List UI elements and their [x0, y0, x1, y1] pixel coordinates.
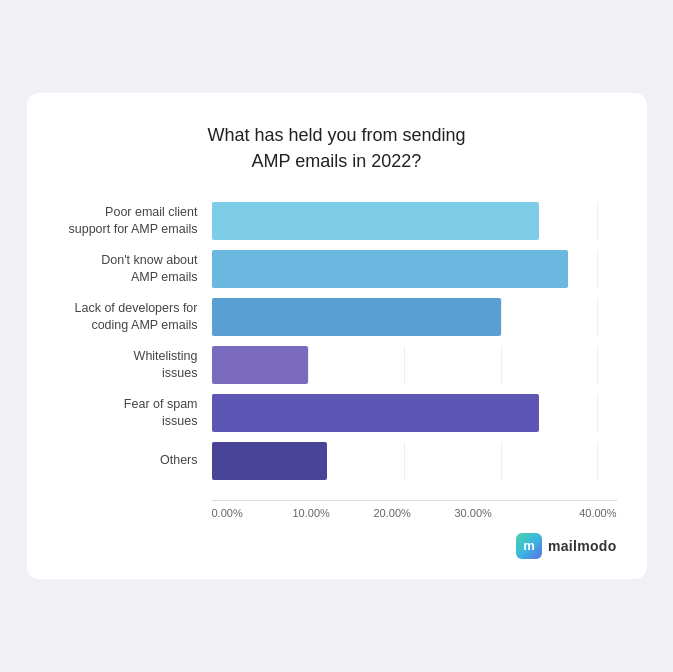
bar-row: Others	[57, 442, 617, 480]
bar-track	[212, 298, 617, 336]
x-tick: 10.00%	[293, 507, 374, 519]
bar-fill	[212, 442, 328, 480]
bar-fill	[212, 346, 308, 384]
bar-label: Poor email clientsupport for AMP emails	[57, 204, 212, 238]
bar-track	[212, 202, 617, 240]
logo-text: mailmodo	[548, 538, 617, 554]
bar-row: Fear of spamissues	[57, 394, 617, 432]
bar-fill	[212, 394, 540, 432]
bar-label: Whitelistingissues	[57, 348, 212, 382]
bar-fill	[212, 298, 501, 336]
logo-icon-letter: m	[523, 538, 535, 553]
chart-area: Poor email clientsupport for AMP emailsD…	[57, 202, 617, 490]
logo-icon: m	[516, 533, 542, 559]
x-tick: 30.00%	[455, 507, 536, 519]
x-tick: 20.00%	[374, 507, 455, 519]
x-tick: 40.00%	[536, 507, 617, 519]
chart-card: What has held you from sending AMP email…	[27, 93, 647, 578]
x-axis: 0.00%10.00%20.00%30.00%40.00%	[212, 500, 617, 519]
x-tick: 0.00%	[212, 507, 293, 519]
bar-label: Others	[57, 452, 212, 469]
bar-track	[212, 394, 617, 432]
bar-track	[212, 442, 617, 480]
bar-row: Lack of developers forcoding AMP emails	[57, 298, 617, 336]
bar-label: Lack of developers forcoding AMP emails	[57, 300, 212, 334]
bar-label: Fear of spamissues	[57, 396, 212, 430]
bar-row: Whitelistingissues	[57, 346, 617, 384]
bar-fill	[212, 202, 540, 240]
bar-track	[212, 346, 617, 384]
logo-area: m mailmodo	[57, 533, 617, 559]
chart-title: What has held you from sending AMP email…	[57, 123, 617, 173]
bar-fill	[212, 250, 569, 288]
bar-row: Don't know aboutAMP emails	[57, 250, 617, 288]
bar-label: Don't know aboutAMP emails	[57, 252, 212, 286]
bar-track	[212, 250, 617, 288]
bar-row: Poor email clientsupport for AMP emails	[57, 202, 617, 240]
